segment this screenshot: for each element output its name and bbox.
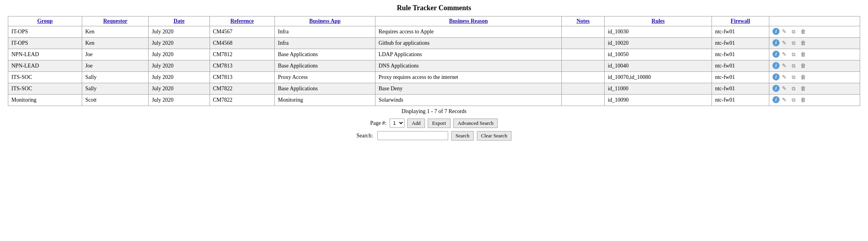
page-select[interactable]: 1 [390,119,405,128]
cell-notes [562,60,605,72]
col-sort-business-reason[interactable]: Business Reason [449,18,487,24]
delete-icon[interactable]: 🗑 [799,28,807,36]
cell-business_app: Base Applications [274,60,375,72]
col-header-firewall: Firewall [712,16,769,26]
copy-icon[interactable]: ⧉ [790,73,798,81]
cell-requestor: Sally [82,83,148,95]
table-row: NPN-LEADJoeJuly 2020CM7812Base Applicati… [8,49,860,60]
delete-icon[interactable]: 🗑 [799,51,807,58]
col-sort-reference[interactable]: Reference [230,18,254,24]
cell-business_app: Infra [274,26,375,38]
edit-icon[interactable]: ✎ [780,73,788,81]
col-header-business-reason: Business Reason [375,16,561,26]
cell-rules: id_10050 [605,49,712,60]
cell-business_reason: Base Deny [375,83,561,95]
delete-icon[interactable]: 🗑 [799,39,807,47]
edit-icon[interactable]: ✎ [780,85,788,93]
cell-date: July 2020 [149,83,210,95]
cell-actions: i✎⧉🗑 [769,83,860,95]
cell-reference: CM7813 [210,72,274,83]
cell-requestor: Sally [82,72,148,83]
cell-business_app: Monitoring [274,95,375,106]
cell-business_reason: Solarwinds [375,95,561,106]
cell-date: July 2020 [149,38,210,49]
cell-actions: i✎⧉🗑 [769,49,860,60]
cell-reference: CM4568 [210,38,274,49]
table-row: ITS-SOCSallyJuly 2020CM7813Proxy AccessP… [8,72,860,83]
col-header-date: Date [149,16,210,26]
search-label: Search: [357,133,373,139]
col-sort-business-app[interactable]: Business App [309,18,341,24]
info-icon[interactable]: i [772,85,780,92]
info-icon[interactable]: i [772,28,780,35]
delete-icon[interactable]: 🗑 [799,62,807,70]
col-sort-requestor[interactable]: Requestor [103,18,127,24]
cell-requestor: Ken [82,38,148,49]
add-button[interactable]: Add [407,119,425,128]
cell-group: NPN-LEAD [8,49,82,60]
display-count: Displaying 1 - 7 of 7 Records [8,106,860,115]
edit-icon[interactable]: ✎ [780,62,788,70]
cell-reference: CM7822 [210,83,274,95]
cell-business_app: Proxy Access [274,72,375,83]
clear-search-button[interactable]: Clear Search [477,131,512,141]
cell-business_app: Base Applications [274,49,375,60]
col-sort-notes[interactable]: Notes [576,18,589,24]
col-header-notes: Notes [562,16,605,26]
copy-icon[interactable]: ⧉ [790,62,798,70]
col-sort-group[interactable]: Group [37,18,53,24]
cell-reference: CM7813 [210,60,274,72]
col-header-requestor: Requestor [82,16,148,26]
cell-requestor: Ken [82,26,148,38]
cell-group: IT-OPS [8,26,82,38]
copy-icon[interactable]: ⧉ [790,28,798,36]
col-sort-firewall[interactable]: Firewall [731,18,750,24]
info-icon[interactable]: i [772,39,780,46]
cell-firewall: ntc-fw01 [712,95,769,106]
main-table: Group Requestor Date Reference Business … [8,16,860,106]
cell-group: ITS-SOC [8,83,82,95]
export-button[interactable]: Export [428,119,450,128]
col-header-reference: Reference [210,16,274,26]
cell-requestor: Joe [82,49,148,60]
cell-rules: id_10030 [605,26,712,38]
table-row: NPN-LEADJoeJuly 2020CM7813Base Applicati… [8,60,860,72]
info-icon[interactable]: i [772,62,780,69]
cell-firewall: ntc-fw01 [712,38,769,49]
cell-business_app: Base Applications [274,83,375,95]
edit-icon[interactable]: ✎ [780,39,788,47]
search-input[interactable] [377,131,448,140]
info-icon[interactable]: i [772,96,780,103]
col-header-actions [769,16,860,26]
edit-icon[interactable]: ✎ [780,96,788,104]
search-button[interactable]: Search [451,131,474,141]
cell-date: July 2020 [149,49,210,60]
copy-icon[interactable]: ⧉ [790,39,798,47]
delete-icon[interactable]: 🗑 [799,96,807,104]
cell-actions: i✎⧉🗑 [769,60,860,72]
cell-notes [562,26,605,38]
copy-icon[interactable]: ⧉ [790,96,798,104]
info-icon[interactable]: i [772,51,780,58]
cell-requestor: Joe [82,60,148,72]
cell-date: July 2020 [149,60,210,72]
col-sort-date[interactable]: Date [173,18,184,24]
cell-date: July 2020 [149,95,210,106]
cell-actions: i✎⧉🗑 [769,38,860,49]
cell-notes [562,49,605,60]
cell-notes [562,95,605,106]
edit-icon[interactable]: ✎ [780,51,788,58]
cell-notes [562,72,605,83]
delete-icon[interactable]: 🗑 [799,85,807,93]
edit-icon[interactable]: ✎ [780,28,788,36]
copy-icon[interactable]: ⧉ [790,85,798,93]
info-icon[interactable]: i [772,73,780,80]
search-area: Search: Search Clear Search [8,130,860,144]
copy-icon[interactable]: ⧉ [790,51,798,58]
cell-date: July 2020 [149,72,210,83]
cell-notes [562,38,605,49]
cell-business_app: Infra [274,38,375,49]
col-sort-rules[interactable]: Rules [651,18,664,24]
advanced-search-button[interactable]: Advanced Search [453,119,498,128]
delete-icon[interactable]: 🗑 [799,73,807,81]
